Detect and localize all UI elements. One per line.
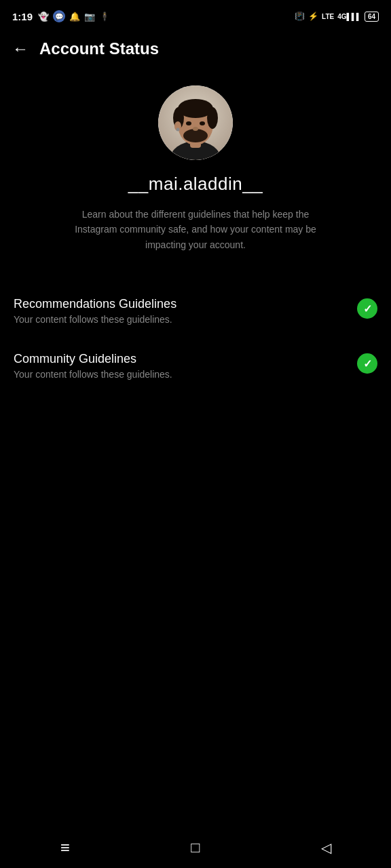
avatar <box>158 85 233 160</box>
nav-menu-button[interactable] <box>45 834 86 861</box>
person-icon: 🕴 <box>99 12 110 22</box>
vibrate-icon: 📳 <box>295 12 305 21</box>
status-time: 1:19 <box>12 11 33 22</box>
status-bar-left: 1:19 👻 💬 🔔 📷 🕴 <box>12 10 110 22</box>
profile-description: Learn about the different guidelines tha… <box>53 207 338 252</box>
page-header: ← Account Status <box>0 30 391 65</box>
svg-point-10 <box>200 121 205 125</box>
alert-icon: 🔔 <box>69 12 80 22</box>
svg-point-12 <box>193 127 198 131</box>
recommendations-subtitle: Your content follows these guidelines. <box>14 314 346 325</box>
community-text: Community Guidelines Your content follow… <box>14 352 346 380</box>
signal-icon: 4G▌▌▌ <box>337 13 361 20</box>
bluetooth-icon: ⚡ <box>308 12 318 21</box>
status-bar: 1:19 👻 💬 🔔 📷 🕴 📳 ⚡ LTE 4G▌▌▌ 64 <box>0 0 391 30</box>
community-subtitle: Your content follows these guidelines. <box>14 369 346 380</box>
battery-icon: 64 <box>365 12 379 22</box>
community-title: Community Guidelines <box>14 352 346 366</box>
messenger-icon: 💬 <box>53 10 65 22</box>
navigation-bar <box>0 827 391 868</box>
recommendations-guideline: Recommendations Guidelines Your content … <box>14 286 377 336</box>
community-guideline: Community Guidelines Your content follow… <box>14 341 377 391</box>
guidelines-section: Recommendations Guidelines Your content … <box>0 266 391 404</box>
svg-point-8 <box>207 107 218 129</box>
profile-section: __mai.aladdin__ Learn about the differen… <box>0 65 391 266</box>
svg-point-9 <box>186 121 191 125</box>
username: __mai.aladdin__ <box>128 174 263 195</box>
recommendations-text: Recommendations Guidelines Your content … <box>14 297 346 325</box>
nav-home-button[interactable] <box>175 834 216 861</box>
snapchat-icon: 👻 <box>38 12 49 22</box>
recommendations-title: Recommendations Guidelines <box>14 297 346 311</box>
recommendations-status-icon <box>357 298 377 319</box>
community-status-icon <box>357 353 377 374</box>
instagram-icon: 📷 <box>84 12 95 22</box>
status-icons-left: 👻 💬 🔔 📷 🕴 <box>38 10 110 22</box>
network-icon: LTE <box>322 13 334 20</box>
page-title: Account Status <box>39 39 159 58</box>
avatar-image <box>158 85 233 160</box>
nav-back-button[interactable] <box>305 834 346 861</box>
status-icons-right: 📳 ⚡ LTE 4G▌▌▌ 64 <box>295 12 379 22</box>
svg-point-14 <box>176 128 180 132</box>
back-button[interactable]: ← <box>12 41 29 57</box>
